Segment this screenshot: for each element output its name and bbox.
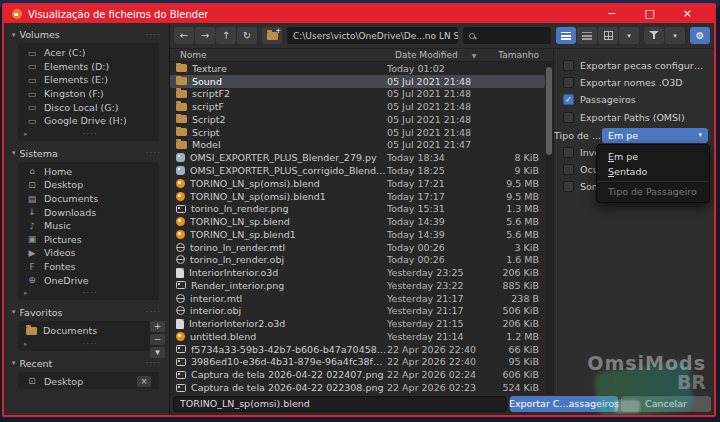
checkbox-checked[interactable]: ✓: [563, 94, 574, 105]
close-button[interactable]: ×: [683, 5, 692, 23]
add-favorite-button[interactable]: +: [150, 321, 165, 332]
file-row[interactable]: torino_ln_render.pngToday 15:311.3 MB: [170, 202, 545, 215]
sidebar-item-home[interactable]: ⌂Home: [18, 165, 159, 179]
checkbox[interactable]: [563, 181, 574, 192]
forward-button[interactable]: →: [195, 27, 215, 44]
file-row[interactable]: Model05 Jul 2021 21:47: [170, 139, 545, 152]
panel-resize-footer[interactable]: ▸····: [18, 338, 159, 350]
grip-handle-icon[interactable]: ····: [146, 148, 165, 158]
column-header-date[interactable]: Date Modified ▼: [395, 50, 495, 60]
file-row[interactable]: torino_ln_render.objToday 00:261.6 MB: [170, 253, 545, 266]
sidebar-section-header-favoritos[interactable]: ▾Favoritos····: [10, 305, 165, 320]
checkbox[interactable]: [563, 60, 574, 71]
export-option-exportar-pecas-configuradas-para-o-[interactable]: Exportar pecas configuradas para o ...: [554, 57, 714, 74]
file-row[interactable]: Sound05 Jul 2021 21:48: [170, 75, 545, 88]
file-date: Yesterday 21:17: [387, 305, 487, 316]
sidebar-item-downloads[interactable]: ↓Downloads: [18, 205, 159, 219]
file-list-scrollbar[interactable]: [546, 63, 552, 394]
panel-resize-footer[interactable]: ▸····: [18, 128, 159, 140]
path-field[interactable]: C:\Users\victo\OneDrive\De...no LN Scani…: [287, 27, 458, 44]
file-row[interactable]: OMSI_EXPORTER_PLUS_Blender_279.pyToday 1…: [170, 151, 545, 164]
sidebar-item-google-drive-h-[interactable]: ▭Google Drive (H:): [18, 114, 159, 128]
view-thumbnails-button[interactable]: [598, 27, 618, 44]
back-button[interactable]: ←: [174, 27, 194, 44]
file-row[interactable]: interior.mtlYesterday 21:17238 B: [170, 292, 545, 305]
checkbox[interactable]: [563, 164, 574, 175]
sidebar-item-music[interactable]: ♪Music: [18, 219, 159, 233]
minimize-button[interactable]: −: [607, 5, 616, 23]
sidebar-item-kingston-f-[interactable]: ▭Kingston (F:): [18, 87, 159, 101]
export-option-exportar-nomes-o3d[interactable]: Exportar nomes .O3D: [554, 74, 714, 91]
scrollbar-thumb[interactable]: [546, 67, 552, 155]
parent-directory-button[interactable]: ↑: [216, 27, 236, 44]
search-field[interactable]: [463, 27, 551, 44]
cancel-button[interactable]: Cancelar: [621, 396, 711, 412]
sidebar-item-documents[interactable]: Documents: [18, 324, 159, 338]
remove-recent-button[interactable]: ×: [137, 376, 151, 387]
new-folder-button[interactable]: +: [262, 27, 282, 44]
sidebar-section-header-sistema[interactable]: ▾Sistema····: [10, 146, 165, 161]
sidebar-item-elements-e-[interactable]: ▭Elements (E:): [18, 73, 159, 87]
file-row[interactable]: Script205 Jul 2021 21:48: [170, 113, 545, 126]
file-row[interactable]: TORINO_LN_sp(omsi).blend1Today 17:179.5 …: [170, 190, 545, 203]
file-row[interactable]: TORINO_LN_sp.blend1Today 14:395.6 MB: [170, 228, 545, 241]
sidebar-section-header-volumes[interactable]: ▾Volumes····: [10, 27, 165, 42]
sidebar-item-videos[interactable]: ▶Videos: [18, 246, 159, 260]
file-row[interactable]: Captura de tela 2026-04-22 022407.png22 …: [170, 368, 545, 381]
remove-favorite-button[interactable]: −: [150, 334, 165, 345]
file-row[interactable]: Render_interior.pngYesterday 23:22885 Ki…: [170, 279, 545, 292]
view-vertical-list-button[interactable]: [556, 27, 576, 44]
file-row[interactable]: interior.objYesterday 21:17506 KiB: [170, 305, 545, 318]
refresh-icon: ↻: [243, 30, 251, 41]
maximize-button[interactable]: □: [644, 5, 654, 23]
options-toggle-button[interactable]: ⚙: [690, 27, 710, 44]
file-row[interactable]: Captura de tela 2026-04-22 022308.png22 …: [170, 381, 545, 394]
file-row[interactable]: f5734a33-59b3-42b7-b606-b47a704581ee.jpg…: [170, 343, 545, 356]
filter-dropdown[interactable]: ▾: [665, 27, 685, 44]
sidebar-item-onedrive[interactable]: ⊕OneDrive: [18, 273, 159, 287]
sidebar-item-desktop[interactable]: ⊡Desktop: [18, 178, 159, 192]
sidebar-item-documents[interactable]: ▤Documents: [18, 192, 159, 206]
file-row[interactable]: InteriorInterior2.o3dYesterday 21:15206 …: [170, 317, 545, 330]
file-row[interactable]: TextureToday 01:02: [170, 62, 545, 75]
panel-resize-footer[interactable]: ▸····: [18, 287, 159, 299]
checkbox[interactable]: [563, 77, 574, 88]
sidebar-item-acer-c-[interactable]: ▭Acer (C:): [18, 46, 159, 60]
file-row[interactable]: OMSI_EXPORTER_PLUS_corrigido_Blender_35.…: [170, 164, 545, 177]
menu-item-em-pe[interactable]: Em pe: [597, 149, 709, 164]
column-header-size[interactable]: Tamanho: [495, 50, 553, 60]
file-row[interactable]: TORINO_LN_sp.blendToday 14:395.6 MB: [170, 215, 545, 228]
file-row[interactable]: scriptF205 Jul 2021 21:48: [170, 88, 545, 101]
filter-button[interactable]: [644, 27, 664, 44]
file-row[interactable]: untitled.blendYesterday 21:141.2 MB: [170, 330, 545, 343]
sidebar-item-elements-d-[interactable]: ▭Elements (D:): [18, 60, 159, 74]
filename-input[interactable]: [173, 396, 507, 412]
sidebar-section-header-recent[interactable]: ▾Recent····: [10, 356, 165, 371]
file-row[interactable]: torino_ln_render.mtlToday 00:263 KiB: [170, 241, 545, 254]
grip-handle-icon[interactable]: ····: [146, 358, 165, 368]
column-header-name[interactable]: Nome: [170, 50, 395, 60]
file-row[interactable]: TORINO_LN_sp(omsi).blendToday 17:219.5 M…: [170, 177, 545, 190]
view-horizontal-list-button[interactable]: [577, 27, 597, 44]
file-row[interactable]: 3986ed10-e36d-4b31-879e-96a4fc38f202.jpg…: [170, 356, 545, 369]
sidebar-item-disco-local-g-[interactable]: ▭Disco Local (G:): [18, 100, 159, 114]
checkbox[interactable]: [563, 112, 574, 123]
menu-item-sentado[interactable]: Sentado: [597, 164, 709, 179]
title-bar[interactable]: Visualização de ficheiros do Blender − □…: [4, 5, 714, 23]
grip-handle-icon[interactable]: ····: [146, 30, 165, 40]
grip-handle-icon[interactable]: ····: [146, 307, 165, 317]
sidebar-item-fontes[interactable]: FFontes: [18, 260, 159, 274]
export-option-exportar-paths-omsi-[interactable]: Exportar Paths (OMSI): [554, 109, 714, 126]
file-row[interactable]: scriptF05 Jul 2021 21:48: [170, 100, 545, 113]
export-option-passageiros[interactable]: ✓Passageiros: [554, 91, 714, 108]
file-row[interactable]: Script05 Jul 2021 21:48: [170, 126, 545, 139]
search-input[interactable]: [479, 31, 545, 41]
sidebar-item-desktop[interactable]: ⊡Desktop×: [18, 375, 159, 389]
sidebar-item-pictures[interactable]: ▣Pictures: [18, 233, 159, 247]
refresh-button[interactable]: ↻: [237, 27, 257, 44]
display-settings-dropdown[interactable]: ▾: [619, 27, 639, 44]
passenger-type-dropdown[interactable]: Em pe▾: [602, 128, 708, 143]
export-confirm-button[interactable]: Exportar C...assageiros: [510, 396, 618, 412]
file-row[interactable]: InteriorInterior.o3dYesterday 23:25206 K…: [170, 266, 545, 279]
checkbox[interactable]: [563, 147, 574, 158]
